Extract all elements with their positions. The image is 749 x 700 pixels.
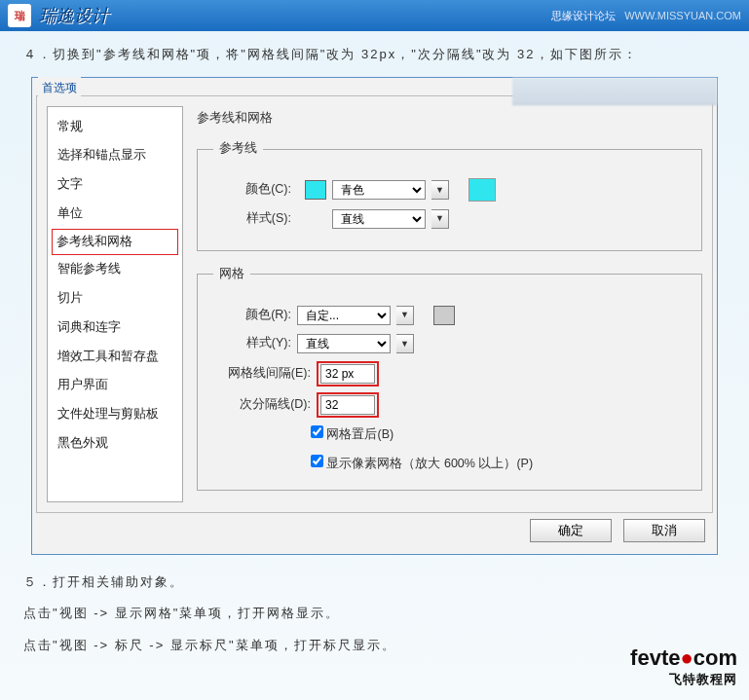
grid-legend: 网格	[213, 263, 250, 286]
brand-logo-icon: 瑞	[8, 4, 31, 27]
sidebar-item-filehandling[interactable]: 文件处理与剪贴板	[52, 400, 178, 429]
chevron-down-icon[interactable]: ▼	[431, 209, 449, 229]
gridline-every-input[interactable]	[320, 364, 375, 384]
guides-fieldset: 参考线 颜色(C): 青色 ▼ 样式(S): 直线	[197, 137, 702, 251]
pixel-grid-checkbox-label[interactable]: 显示像素网格（放大 600% 以上）(P)	[311, 457, 533, 470]
preferences-dialog: 首选项 常规 选择和锚点显示 文字 单位 参考线和网格 智能参考线 切片 词典和…	[31, 77, 718, 555]
forum-url: WWW.MISSYUAN.COM	[624, 10, 741, 21]
page-content: ４．切换到"参考线和网格"项，将"网格线间隔"改为 32px，"次分隔线"改为 …	[0, 31, 749, 670]
guides-style-select[interactable]: 直线	[332, 209, 426, 229]
gridline-every-label: 网格线间隔(E):	[213, 362, 311, 386]
note-1: 点击"视图 -> 显示网格"菜单项，打开网格显示。	[23, 602, 726, 626]
sidebar-item-units[interactable]: 单位	[52, 200, 178, 229]
guides-color-label: 颜色(C):	[213, 178, 291, 202]
note-2: 点击"视图 -> 标尺 -> 显示标尺"菜单项，打开标尺显示。	[23, 634, 726, 658]
sidebar-item-type[interactable]: 文字	[52, 170, 178, 200]
grid-style-label: 样式(Y):	[213, 332, 291, 355]
gridline-highlight	[317, 361, 379, 387]
subdivisions-highlight	[317, 392, 379, 418]
pixel-grid-checkbox[interactable]	[311, 455, 323, 467]
dialog-body: 常规 选择和锚点显示 文字 单位 参考线和网格 智能参考线 切片 词典和连字 增…	[36, 95, 713, 513]
dialog-title: 首选项	[38, 77, 81, 99]
settings-panel: 参考线和网格 参考线 颜色(C): 青色 ▼ 样式(S):	[197, 106, 702, 502]
page-header: 瑞 瑞逸设计 思缘设计论坛 WWW.MISSYUAN.COM	[0, 0, 749, 31]
category-sidebar: 常规 选择和锚点显示 文字 单位 参考线和网格 智能参考线 切片 词典和连字 增…	[47, 106, 183, 502]
ok-button[interactable]: 确定	[530, 519, 612, 542]
grid-color-label: 颜色(R):	[213, 304, 291, 327]
grid-style-select[interactable]: 直线	[297, 334, 391, 353]
brand-name: 瑞逸设计	[39, 4, 109, 27]
chevron-down-icon[interactable]: ▼	[396, 334, 414, 353]
sidebar-item-selection[interactable]: 选择和锚点显示	[52, 141, 178, 170]
grid-back-text: 网格置后(B)	[326, 427, 393, 441]
header-left: 瑞 瑞逸设计	[8, 4, 109, 27]
step-4-text: ４．切换到"参考线和网格"项，将"网格线间隔"改为 32px，"次分隔线"改为 …	[23, 43, 726, 67]
subdivisions-input[interactable]	[320, 395, 375, 415]
dot-icon: ●	[680, 645, 693, 670]
chevron-down-icon[interactable]: ▼	[396, 306, 414, 325]
watermark-cn: 飞特教程网	[630, 671, 737, 688]
guides-legend: 参考线	[213, 137, 263, 161]
pixel-grid-text: 显示像素网格（放大 600% 以上）(P)	[326, 457, 533, 470]
chevron-down-icon[interactable]: ▼	[431, 180, 449, 200]
sidebar-item-guides-grid[interactable]: 参考线和网格	[52, 229, 178, 256]
sidebar-item-ui[interactable]: 用户界面	[52, 371, 178, 400]
blurred-titlebar-icon	[512, 78, 717, 105]
grid-fieldset: 网格 颜色(R): 自定... ▼ 样式(Y): 直线	[197, 263, 702, 491]
cancel-button[interactable]: 取消	[623, 519, 705, 542]
forum-name: 思缘设计论坛	[551, 10, 616, 21]
grid-color-select[interactable]: 自定...	[297, 306, 391, 325]
guides-color-select[interactable]: 青色	[332, 180, 426, 200]
guides-style-label: 样式(S):	[213, 207, 291, 231]
watermark-name: fevte	[630, 645, 680, 670]
sidebar-item-plugins[interactable]: 增效工具和暂存盘	[52, 343, 178, 372]
sidebar-item-hyphenation[interactable]: 词典和连字	[52, 313, 178, 343]
subdivisions-label: 次分隔线(D):	[213, 393, 311, 417]
panel-title: 参考线和网格	[197, 106, 702, 130]
sidebar-item-black[interactable]: 黑色外观	[52, 429, 178, 459]
header-right: 思缘设计论坛 WWW.MISSYUAN.COM	[551, 9, 741, 23]
sidebar-item-general[interactable]: 常规	[52, 113, 178, 142]
step-5-text: ５．打开相关辅助对象。	[23, 571, 726, 595]
grid-back-checkbox[interactable]	[311, 425, 323, 438]
dialog-buttons: 确定 取消	[36, 519, 713, 550]
watermark-com: com	[693, 645, 737, 670]
watermark-logo: fevte●com 飞特教程网	[630, 645, 737, 688]
grid-color-swatch-icon[interactable]	[433, 306, 455, 325]
guides-color-preview-icon[interactable]	[468, 178, 496, 202]
sidebar-item-smart-guides[interactable]: 智能参考线	[52, 255, 178, 284]
grid-back-checkbox-label[interactable]: 网格置后(B)	[311, 427, 393, 441]
guides-color-swatch-icon[interactable]	[305, 180, 326, 200]
sidebar-item-slices[interactable]: 切片	[52, 284, 178, 313]
